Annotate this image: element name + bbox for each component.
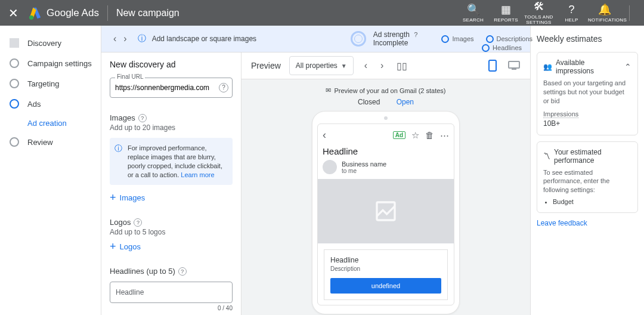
- tab-closed[interactable]: Closed: [358, 98, 380, 106]
- nav-ads[interactable]: Ads: [0, 94, 101, 114]
- help-icon[interactable]: ?: [138, 114, 147, 122]
- estimates-heading: Weekly estimates: [537, 34, 638, 44]
- info-message: Add landscape or square images: [152, 35, 256, 43]
- reports-icon: ▦: [490, 3, 522, 16]
- available-impressions-box: 👥Available impressions⌃ Based on your ta…: [537, 52, 638, 135]
- bullet-budget: Budget: [553, 198, 631, 205]
- envelope-icon: ✉: [326, 87, 331, 94]
- logos-subtext: Add up to 5 logos: [110, 228, 233, 236]
- headline-counter: 0 / 40: [110, 305, 233, 311]
- page-title: New campaign: [116, 8, 179, 18]
- ad-badge: Ad: [393, 131, 405, 139]
- strength-ring-icon: [351, 31, 366, 47]
- logos-heading: Logos?: [110, 218, 233, 227]
- help-icon[interactable]: ?: [178, 267, 187, 276]
- check-images: Images: [441, 35, 473, 43]
- help-icon: ?: [555, 4, 588, 16]
- device-desktop-button[interactable]: [507, 59, 521, 72]
- nav-ad-creation[interactable]: Ad creation: [0, 114, 101, 132]
- check-descriptions: Descriptions: [486, 35, 533, 43]
- check-headlines: Headlines: [482, 44, 522, 52]
- star-icon[interactable]: ☆: [411, 130, 419, 141]
- help-icon[interactable]: ?: [219, 83, 228, 92]
- box2-text: To see estimated performance, enter the …: [543, 168, 631, 195]
- close-icon[interactable]: ✕: [6, 6, 20, 20]
- inset-headline: Headline: [330, 256, 441, 264]
- strength-block: Ad strength ? Incomplete: [373, 30, 418, 47]
- reports-tool[interactable]: ▦REPORTS: [490, 3, 522, 23]
- phone-mock: ‹ Ad ☆ 🗑 ⋯ Headline Business name: [312, 111, 460, 314]
- plus-icon: +: [110, 243, 116, 251]
- help-icon[interactable]: ?: [134, 218, 142, 227]
- trash-icon[interactable]: 🗑: [425, 130, 434, 140]
- estimated-performance-box: 〽Your estimated performance To see estim…: [537, 141, 638, 214]
- inset-description: Description: [330, 265, 441, 272]
- next-issue-button[interactable]: ›: [120, 33, 130, 44]
- preview-property-select[interactable]: All properties▼: [289, 56, 354, 75]
- help-tool[interactable]: ?HELP: [555, 4, 588, 23]
- add-images-button[interactable]: +Images: [110, 193, 233, 202]
- impressions-value: 10B+: [543, 119, 631, 128]
- square-icon: [10, 38, 19, 48]
- circle-icon: [486, 35, 494, 43]
- estimates-panel: Weekly estimates 👥Available impressions⌃…: [531, 26, 644, 315]
- brand-label: Google Ads: [47, 7, 99, 19]
- business-name: Business name: [342, 160, 386, 168]
- nav-review[interactable]: Review: [0, 132, 101, 152]
- nav-targeting[interactable]: Targeting: [0, 73, 101, 94]
- step-dot-icon: [10, 79, 19, 88]
- form-heading: New discovery ad: [110, 60, 233, 69]
- preview-columns-icon[interactable]: ▯▯: [394, 60, 410, 72]
- divider: [107, 5, 108, 21]
- wrench-icon: 🛠: [522, 1, 555, 13]
- info-icon: ⓘ: [138, 33, 146, 44]
- plus-icon: +: [110, 194, 116, 202]
- cta-button[interactable]: undefined: [330, 278, 441, 294]
- preview-prev-button[interactable]: ‹: [362, 60, 370, 71]
- preview-toolbar: Preview All properties▼ ‹ › ▯▯: [242, 52, 530, 79]
- back-icon[interactable]: ‹: [323, 129, 326, 141]
- people-icon: 👥: [543, 63, 552, 71]
- preview-headline: Headline: [323, 146, 449, 156]
- tools-settings-tool[interactable]: 🛠TOOLS AND SETTINGS: [522, 1, 555, 25]
- search-tool[interactable]: 🔍SEARCH: [457, 3, 490, 23]
- learn-more-link[interactable]: Learn more: [181, 171, 214, 178]
- images-subtext: Add up to 20 images: [110, 123, 233, 132]
- divider: [629, 5, 630, 21]
- tab-open[interactable]: Open: [397, 98, 414, 106]
- nav-campaign-settings[interactable]: Campaign settings: [0, 53, 101, 73]
- more-icon[interactable]: ⋯: [440, 130, 449, 141]
- final-url-input[interactable]: [115, 84, 214, 92]
- step-dot-icon: [10, 137, 19, 147]
- ad-strength-bar: ‹ › ⓘ Add landscape or square images Ad …: [101, 26, 530, 52]
- preview-state-tabs: Closed Open: [242, 98, 530, 111]
- images-heading: Images?: [110, 113, 233, 122]
- avatar-icon: [323, 160, 337, 174]
- ad-form: New discovery ad Final URL ? Images? Add…: [101, 52, 242, 315]
- google-ads-logo: [29, 7, 42, 20]
- prev-issue-button[interactable]: ‹: [110, 33, 120, 44]
- chart-icon: 〽: [543, 152, 550, 160]
- final-url-field[interactable]: Final URL ?: [110, 78, 233, 98]
- nav-discovery[interactable]: Discovery: [0, 33, 101, 53]
- circle-icon: [441, 35, 449, 43]
- preview-next-button[interactable]: ›: [378, 60, 386, 71]
- notifications-tool[interactable]: 🔔NOTIFICATIONS: [588, 3, 621, 23]
- leave-feedback-link[interactable]: Leave feedback: [537, 219, 638, 227]
- preview-panel: Preview All properties▼ ‹ › ▯▯ ✉Preview …: [242, 52, 530, 315]
- device-mobile-button[interactable]: [486, 59, 499, 72]
- box1-text: Based on your targeting and settings but…: [543, 79, 631, 106]
- preview-inset-card: Headline Description undefined: [324, 249, 448, 300]
- step-dot-icon: [10, 58, 19, 68]
- impressions-label: Impressions: [543, 110, 578, 118]
- step-nav: Discovery Campaign settings Targeting Ad…: [0, 26, 101, 315]
- chevron-up-icon[interactable]: ⌃: [624, 62, 631, 72]
- help-icon[interactable]: ?: [414, 31, 417, 38]
- svg-rect-7: [512, 69, 516, 70]
- bell-icon: 🔔: [588, 3, 621, 16]
- preview-image-placeholder: [318, 179, 454, 243]
- headline-input[interactable]: Headline: [110, 282, 233, 303]
- images-tip: For improved performance, replace images…: [110, 138, 233, 185]
- add-logos-button[interactable]: +Logos: [110, 242, 233, 251]
- svg-point-2: [29, 15, 33, 19]
